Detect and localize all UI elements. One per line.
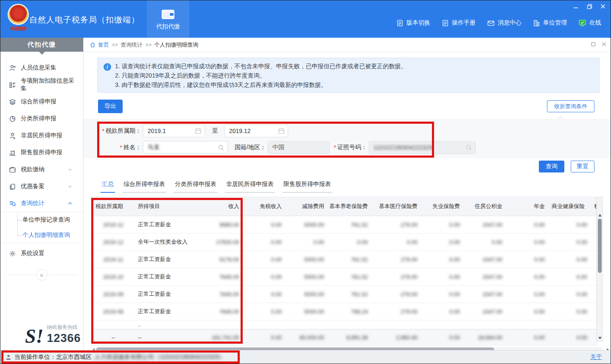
- tab-withholding-module[interactable]: 代扣代缴: [147, 0, 189, 38]
- sidebar-item-personnel-info[interactable]: 人员信息采集: [0, 59, 83, 76]
- sidebar-item-system-settings[interactable]: 系统设置: [0, 245, 83, 262]
- table-cell: 正常工资薪金: [135, 251, 198, 268]
- search-list-icon: [9, 200, 16, 207]
- scroll-up-icon[interactable]: [598, 214, 602, 217]
- column-header: 减除费用: [285, 197, 328, 216]
- label-text: 姓名：: [123, 144, 141, 151]
- panel-close-icon[interactable]: [602, 42, 606, 47]
- panel-restore-icon[interactable]: [591, 42, 596, 47]
- hotline-mark-icon: S!: [25, 328, 43, 345]
- table-cell: 7645.00: [198, 286, 243, 303]
- sidebar-item-label: 税款缴纳: [21, 166, 45, 173]
- sidebar-item-restricted-stock[interactable]: 限售股所得申报: [0, 144, 83, 161]
- table-row: ----161,741.000.0060,000.008,991.362,960…: [92, 329, 596, 346]
- table-cell: 761.52: [328, 251, 371, 268]
- table-cell: 0.00: [506, 251, 548, 268]
- sidebar-header: 代扣代缴: [0, 38, 83, 52]
- table-cell: [243, 320, 285, 329]
- menu-unit-management[interactable]: 单位管理: [533, 19, 567, 27]
- period-start-input[interactable]: 2019.1: [143, 125, 205, 137]
- table-cell: 0.00: [548, 303, 591, 320]
- sidebar-subitem-personal-withholding-query[interactable]: 个人扣缴明细查询: [0, 228, 83, 243]
- sidebar-collapse-button[interactable]: «: [36, 269, 48, 281]
- period-start-value: 2019.1: [148, 128, 166, 134]
- table-cell: 1547.00: [463, 303, 506, 320]
- toolbar: 导出 收折查询条件: [84, 100, 611, 113]
- period-end-input[interactable]: 2019.12: [224, 125, 288, 137]
- chevron-up-icon: [67, 201, 73, 206]
- sidebar-item-special-deduction[interactable]: 专项附加扣除信息采集: [0, 76, 83, 93]
- sidebar-subitem-unit-declaration-query[interactable]: 单位申报记录查询: [0, 212, 83, 228]
- notice-line: 2. 只能查询2019年及之后的数据，不能进行跨年度查询。: [115, 71, 407, 80]
- sidebar-item-label: 系统设置: [21, 250, 45, 257]
- column-header: 免税收入: [243, 197, 285, 216]
- reset-button[interactable]: 重置: [571, 161, 594, 172]
- nationality-input[interactable]: 中国: [268, 141, 330, 154]
- sidebar-item-query-statistics[interactable]: 查询统计: [0, 195, 83, 212]
- table-cell: 0.00: [421, 330, 463, 345]
- table-cell: 0.00: [506, 233, 548, 250]
- sidebar-item-classified-income[interactable]: 分类所得申报: [0, 110, 83, 127]
- search-icon: [465, 144, 472, 152]
- table-row: 2019-12正常工资薪金9985.000.005000.00761.52279…: [92, 216, 596, 233]
- table-cell: 0.00: [243, 251, 285, 268]
- breadcrumb: 首页 >> 查询统计 >> 个人扣缴明细查询: [84, 38, 611, 52]
- table-body: 2019-12正常工资薪金9985.000.005000.00761.52279…: [92, 216, 596, 346]
- menu-operation-manual[interactable]: 操作手册: [442, 19, 476, 27]
- table-cell: [285, 320, 328, 329]
- sidebar-item-tax-payment[interactable]: 税款缴纳: [0, 161, 83, 178]
- table-cell: 18,564.00: [463, 330, 506, 345]
- tab-nonresident-income[interactable]: 非居民所得申报表: [225, 181, 275, 193]
- menu-version-switch[interactable]: 版本切换: [396, 19, 430, 27]
- sidebar-item-nonresident-income[interactable]: 非居民所得申报: [0, 127, 83, 144]
- scroll-down-icon[interactable]: [598, 337, 602, 339]
- vertical-scrollbar[interactable]: [597, 197, 603, 342]
- table-cell: 5000.00: [285, 303, 328, 320]
- vertical-scroll-thumb[interactable]: [598, 219, 602, 273]
- breadcrumb-home-label: 首页: [98, 41, 109, 49]
- table-cell: 0.00: [421, 303, 463, 320]
- table-cell: 0.00: [421, 251, 463, 268]
- table-row: 2019-12全年一次性奖金收入27500.000.000.000.000.00…: [92, 233, 596, 251]
- close-icon[interactable]: [600, 3, 606, 10]
- table-cell: 798.24: [328, 303, 371, 320]
- cert-input[interactable]: 110102199304222329: [369, 141, 476, 154]
- tab-classified-income[interactable]: 分类所得申报表: [174, 181, 218, 193]
- wallet-icon: [9, 166, 16, 173]
- panel-notch: [557, 116, 564, 123]
- table-cell: 279.00: [371, 286, 421, 303]
- table-cell: 0.00: [548, 216, 591, 233]
- about-link[interactable]: 关于: [590, 353, 602, 361]
- name-input[interactable]: 马某: [143, 141, 228, 154]
- breadcrumb-home[interactable]: 首页: [90, 41, 109, 49]
- table-cell: 0.00: [506, 268, 548, 285]
- sidebar-item-label: 分类所得申报: [21, 115, 56, 122]
- table-cell: 1547.00: [463, 216, 506, 233]
- table-cell: [198, 320, 243, 329]
- restore-icon[interactable]: [586, 3, 593, 10]
- tab-restricted-stock[interactable]: 限售股所得申报表: [282, 181, 332, 193]
- minimize-icon[interactable]: [572, 3, 579, 10]
- query-button[interactable]: 查询: [539, 161, 564, 172]
- monitor-check-icon: [578, 19, 586, 27]
- menu-message-center[interactable]: 消息中心: [487, 19, 521, 27]
- table-cell: 2019-11: [92, 251, 135, 268]
- person-icon: [9, 132, 16, 139]
- tab-summary[interactable]: 汇总: [101, 181, 115, 193]
- sidebar-submenu: 单位申报记录查询 个人扣缴明细查询: [0, 212, 83, 243]
- logo-caption: 中国税务: [6, 26, 30, 32]
- tab-comprehensive-income[interactable]: 综合所得申报表: [122, 181, 166, 193]
- table-cell: 0.00: [243, 233, 285, 250]
- collapse-query-button[interactable]: 收折查询条件: [547, 100, 594, 112]
- sidebar: 代扣代缴 人员信息采集 专项附加扣除信息采集 综合所得申报: [0, 38, 84, 351]
- online-status[interactable]: 在线: [578, 19, 601, 27]
- sidebar-item-preferential-filing[interactable]: 优惠备案: [0, 178, 83, 195]
- info-notice: i 1. 该查询统计表仅能查询已申报成功的数据，不包含未申报、申报失败，已申报但…: [97, 58, 600, 93]
- breadcrumb-level1[interactable]: 查询统计: [121, 41, 143, 49]
- table-cell: 正常工资薪金: [135, 268, 198, 285]
- table-row: ..: [92, 320, 596, 329]
- sidebar-item-label: 限售股所得申报: [21, 149, 62, 156]
- table-cell: 5000.00: [285, 251, 328, 268]
- sidebar-item-comprehensive-income[interactable]: 综合所得申报: [0, 93, 83, 110]
- export-button[interactable]: 导出: [98, 100, 123, 113]
